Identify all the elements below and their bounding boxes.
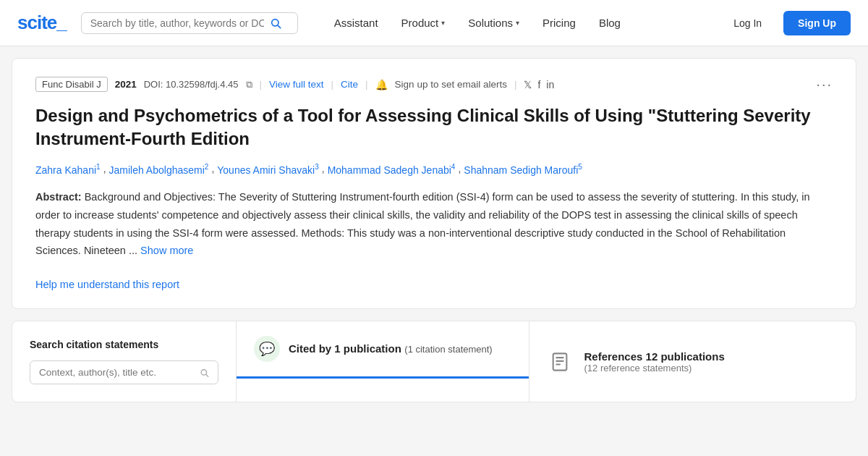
article-title: Design and Psychometrics of a Tool for A… <box>35 104 833 151</box>
citation-search-panel: Search citation statements <box>12 321 237 402</box>
cited-by-panel[interactable]: 💬 Cited by 1 publication (1 citation sta… <box>237 321 529 402</box>
chevron-down-icon: ▾ <box>516 19 519 27</box>
social-icons: 𝕏 f in <box>524 79 554 90</box>
nav-pricing[interactable]: Pricing <box>532 11 586 35</box>
nav-blog[interactable]: Blog <box>589 11 631 35</box>
svg-rect-4 <box>553 353 566 370</box>
references-info: References 12 publications (12 reference… <box>584 350 725 373</box>
author-4[interactable]: Mohammad Sadegh Jenabi4 <box>328 163 456 176</box>
references-label: References 12 publications <box>584 350 725 363</box>
search-icon <box>270 17 281 29</box>
citation-search-field <box>30 360 218 384</box>
references-sub: (12 reference statements) <box>584 363 725 373</box>
abstract-text: Abstract: Background and Objectives: The… <box>35 188 833 260</box>
login-button[interactable]: Log In <box>720 12 775 35</box>
citation-search-input[interactable] <box>39 367 194 378</box>
search-bar <box>81 12 298 34</box>
author-1[interactable]: Zahra Kahani1 <box>35 163 101 176</box>
journal-badge: Func Disabil J <box>35 77 108 92</box>
author-2[interactable]: Jamileh Abolghasemi2 <box>109 163 209 176</box>
author-3[interactable]: Younes Amiri Shavaki3 <box>217 163 318 176</box>
author-5[interactable]: Shahnam Sedigh Maroufi5 <box>464 163 582 176</box>
bell-icon: 🔔 <box>375 79 388 90</box>
article-card: Func Disabil J 2021 DOI: 10.32598/fdj.4.… <box>12 58 856 309</box>
alert-text: Sign up to set email alerts <box>395 79 507 90</box>
svg-line-3 <box>206 374 208 376</box>
cite-link[interactable]: Cite <box>341 79 358 90</box>
more-options-button[interactable]: ··· <box>816 76 833 93</box>
references-icon <box>547 349 573 375</box>
nav-product[interactable]: Product ▾ <box>391 11 456 35</box>
search-input[interactable] <box>90 17 264 29</box>
speech-bubble-icon: 💬 <box>259 341 275 357</box>
cited-by-sub: (1 citation statement) <box>404 344 492 355</box>
meta-row: Func Disabil J 2021 DOI: 10.32598/fdj.4.… <box>35 76 833 93</box>
show-more-link[interactable]: Show more <box>140 245 193 256</box>
view-full-text-link[interactable]: View full text <box>269 79 324 90</box>
svg-line-1 <box>278 25 281 28</box>
bottom-section: Search citation statements 💬 Cited by 1 … <box>12 321 856 402</box>
cited-by-info: Cited by 1 publication (1 citation state… <box>289 342 493 355</box>
search-citation-icon <box>200 368 209 378</box>
logo[interactable]: scite_ <box>17 12 67 34</box>
authors-list: Zahra Kahani1, Jamileh Abolghasemi2, You… <box>35 163 833 176</box>
chevron-down-icon: ▾ <box>441 19 445 27</box>
linkedin-icon[interactable]: in <box>546 79 554 90</box>
cited-bubble: 💬 <box>254 336 280 362</box>
nav-links: Assistant Product ▾ Solutions ▾ Pricing … <box>324 11 706 35</box>
abstract-label: Abstract: <box>35 191 82 203</box>
navbar: scite_ Assistant Product ▾ Solutions ▾ P… <box>0 0 868 46</box>
facebook-icon[interactable]: f <box>537 79 540 90</box>
article-doi: DOI: 10.32598/fdj.4.45 <box>144 79 239 90</box>
nav-right: Log In Sign Up <box>720 11 851 35</box>
cited-by-label: Cited by 1 publication <box>289 342 401 355</box>
copy-icon[interactable]: ⧉ <box>246 79 252 90</box>
article-year: 2021 <box>115 79 137 90</box>
citation-search-title: Search citation statements <box>30 339 218 350</box>
help-understand-link[interactable]: Help me understand this report <box>35 279 179 290</box>
cited-by-tab[interactable]: 💬 Cited by 1 publication (1 citation sta… <box>237 321 529 379</box>
references-panel[interactable]: References 12 publications (12 reference… <box>529 321 856 402</box>
nav-solutions[interactable]: Solutions ▾ <box>458 11 529 35</box>
signup-button[interactable]: Sign Up <box>783 11 851 35</box>
nav-assistant[interactable]: Assistant <box>324 11 388 35</box>
twitter-icon[interactable]: 𝕏 <box>524 79 532 90</box>
